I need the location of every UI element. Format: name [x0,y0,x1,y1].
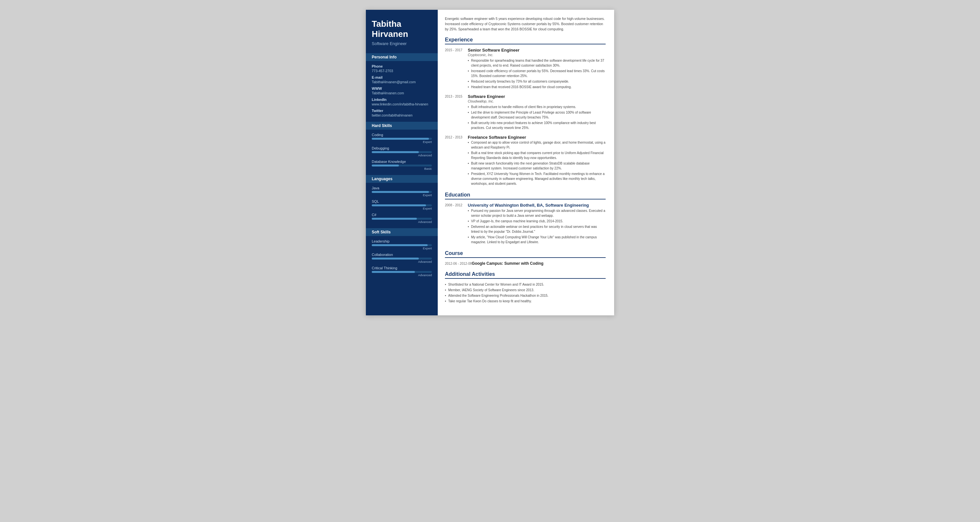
education-title: Education [445,192,606,200]
exp-bullets: Composed an app to allow voice control o… [468,140,606,186]
email-value: TabithaHirvanen@gmail.com [372,80,432,84]
skill-bar-background [372,244,432,246]
skill-bar-fill [372,205,426,206]
skill-bar-item: LeadershipExpert [372,239,432,250]
languages-section-title: Languages [366,175,438,183]
edu-details: University of Washington Bothell, BA, So… [468,203,606,245]
skill-name-label: Database Knowledge [372,160,432,163]
skill-bar-item: DebuggingAdvanced [372,146,432,157]
skill-bar-item: SQLExpert [372,200,432,210]
skill-level-label: Expert [372,246,432,250]
skill-bar-fill [372,165,399,167]
course-list: 2012-06 - 2012-08Google Campus: Summer w… [445,261,606,266]
skill-level-label: Advanced [372,220,432,224]
experience-item: 2015 - 2017Senior Software EngineerCrypt… [445,48,606,90]
activity-item: Attended the Software Engineering Profes… [445,293,606,298]
exp-bullets: Responsible for spearheading teams that … [468,58,606,89]
hard-skills-section-title: Hard Skills [366,122,438,130]
skill-name-label: Leadership [372,239,432,243]
exp-dates: 2012 - 2013 [445,135,468,187]
hard-skills-bars: CodingExpertDebuggingAdvancedDatabase Kn… [372,133,432,170]
exp-job-title: Senior Software Engineer [468,48,606,52]
skill-bar-item: C#Advanced [372,213,432,224]
languages-bars: JavaExpertSQLExpertC#Advanced [372,186,432,224]
main-content: Energetic software engineer with 5 years… [438,10,614,315]
education-section: Education 2008 - 2012University of Washi… [445,192,606,245]
exp-dates: 2013 - 2015 [445,94,468,131]
skill-level-label: Basic [372,167,432,170]
experience-item: 2013 - 2015Software EngineerCloudwallop,… [445,94,606,131]
activities-title: Additional Activities [445,271,606,279]
course-details: Google Campus: Summer with Coding [472,261,606,266]
course-item: 2012-06 - 2012-08Google Campus: Summer w… [445,261,606,266]
skill-bar-background [372,218,432,220]
skill-bar-item: JavaExpert [372,186,432,197]
course-section: Course 2012-06 - 2012-08Google Campus: S… [445,251,606,266]
exp-bullet: Responsible for spearheading teams that … [468,58,606,68]
skill-bar-background [372,165,432,167]
soft-skills-bars: LeadershipExpertCollaborationAdvancedCri… [372,239,432,277]
skill-bar-background [372,205,432,206]
exp-details: Freelance Software EngineerComposed an a… [468,135,606,187]
skill-bar-fill [372,151,419,153]
phone-value: 773-457-2703 [372,69,432,73]
experience-item: 2012 - 2013Freelance Software EngineerCo… [445,135,606,187]
sidebar: Tabitha Hirvanen Software Engineer Perso… [366,10,438,315]
activities-list: Shortlisted for a National Center for Wo… [445,282,606,304]
skill-name-label: Coding [372,133,432,137]
edu-bullet: Delivered an actionable webinar on best … [468,224,606,234]
exp-company: Cloudwallop, Inc. [468,99,606,103]
skill-bar-fill [372,138,429,140]
candidate-name: Tabitha Hirvanen [372,19,432,39]
edu-bullets: Pursued my passion for Java server progr… [468,208,606,244]
skill-bar-background [372,257,432,260]
soft-skills-section-title: Soft Skills [366,228,438,236]
email-label: E-mail [372,75,432,79]
exp-job-title: Freelance Software Engineer [468,135,606,140]
exp-bullet: Increased code efficiency of customer po… [468,68,606,78]
linkedin-label: LinkedIn [372,98,432,102]
edu-bullet: My article, "How Cloud Computing Will Ch… [468,235,606,244]
exp-details: Senior Software EngineerCryptoconic, Inc… [468,48,606,90]
skill-bar-background [372,151,432,153]
education-list: 2008 - 2012University of Washington Both… [445,203,606,245]
exp-bullet: Built new search functionality into the … [468,161,606,171]
course-title: Course [445,251,606,258]
summary-text: Energetic software engineer with 5 years… [445,16,606,32]
www-label: WWW [372,87,432,90]
course-name: Google Campus: Summer with Coding [472,261,606,266]
skill-level-label: Advanced [372,154,432,157]
skill-bar-fill [372,257,419,260]
skill-bar-fill [372,191,429,193]
skill-bar-fill [372,218,417,220]
activities-section: Additional Activities Shortlisted for a … [445,271,606,304]
exp-bullet: President, XYZ University Young Women in… [468,171,606,186]
experience-list: 2015 - 2017Senior Software EngineerCrypt… [445,48,606,187]
exp-company: Cryptoconic, Inc. [468,53,606,57]
twitter-label: Twitter [372,109,432,113]
skill-bar-item: Critical ThinkingAdvanced [372,266,432,277]
experience-title: Experience [445,37,606,44]
exp-bullet: Reduced security breaches by 73% for all… [468,79,606,84]
exp-bullet: Built infrastructure to handle millions … [468,105,606,109]
course-dates: 2012-06 - 2012-08 [445,261,472,266]
skill-bar-fill [372,244,428,246]
education-item: 2008 - 2012University of Washington Both… [445,203,606,245]
edu-school: University of Washington Bothell, BA, So… [468,203,606,208]
skill-level-label: Expert [372,193,432,197]
exp-details: Software EngineerCloudwallop, Inc.Built … [468,94,606,131]
skill-name-label: C# [372,213,432,217]
exp-bullet: Built security into new product features… [468,121,606,130]
exp-job-title: Software Engineer [468,94,606,99]
candidate-title: Software Engineer [372,41,432,46]
skill-name-label: Collaboration [372,253,432,257]
exp-bullets: Built infrastructure to handle millions … [468,105,606,130]
phone-label: Phone [372,64,432,68]
activity-item: Shortlisted for a National Center for Wo… [445,282,606,287]
skill-bar-background [372,191,432,193]
skill-name-label: Critical Thinking [372,266,432,270]
exp-bullet: Headed team that received 2016 BOSSIE aw… [468,84,606,89]
skill-bar-background [372,271,432,273]
edu-bullet: VP of Jugger-Is, the campus machine lear… [468,219,606,224]
twitter-value: twitter.com/tabithahirvanen [372,113,432,117]
